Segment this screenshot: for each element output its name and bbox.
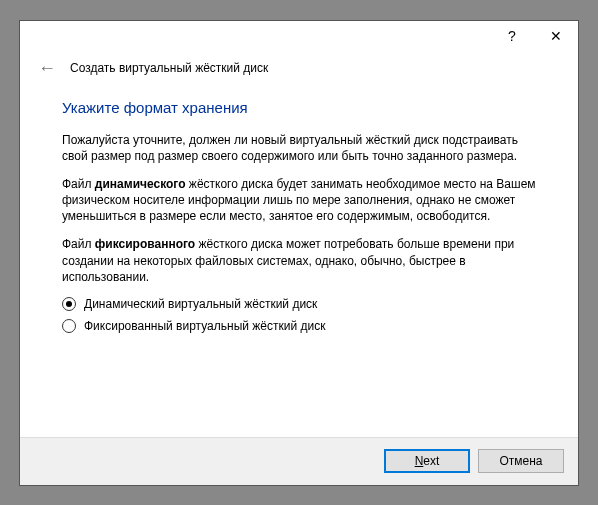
dynamic-desc: Файл динамического жёсткого диска будет … bbox=[62, 176, 536, 225]
dynamic-prefix: Файл bbox=[62, 177, 95, 191]
next-button[interactable]: Next bbox=[384, 449, 470, 473]
content-area: Укажите формат хранения Пожалуйста уточн… bbox=[20, 85, 578, 437]
cancel-button[interactable]: Отмена bbox=[478, 449, 564, 473]
dynamic-bold: динамического bbox=[95, 177, 186, 191]
fixed-bold: фиксированного bbox=[95, 237, 195, 251]
dialog-title: Создать виртуальный жёсткий диск bbox=[70, 61, 268, 75]
page-heading: Укажите формат хранения bbox=[62, 99, 536, 116]
next-post: ext bbox=[423, 454, 439, 468]
storage-radio-group: Динамический виртуальный жёсткий диск Фи… bbox=[62, 297, 536, 333]
fixed-desc: Файл фиксированного жёсткого диска может… bbox=[62, 236, 536, 285]
radio-fixed-indicator bbox=[62, 319, 76, 333]
radio-dynamic-label: Динамический виртуальный жёсткий диск bbox=[84, 297, 317, 311]
radio-dynamic-indicator bbox=[62, 297, 76, 311]
titlebar: ? ✕ bbox=[20, 21, 578, 57]
radio-dynamic[interactable]: Динамический виртуальный жёсткий диск bbox=[62, 297, 536, 311]
footer: Next Отмена bbox=[20, 437, 578, 485]
back-arrow-icon[interactable]: ← bbox=[38, 59, 56, 77]
help-icon[interactable]: ? bbox=[490, 21, 534, 51]
radio-fixed-label: Фиксированный виртуальный жёсткий диск bbox=[84, 319, 325, 333]
intro-text: Пожалуйста уточните, должен ли новый вир… bbox=[62, 132, 536, 164]
header-row: ← Создать виртуальный жёсткий диск bbox=[20, 57, 578, 85]
wizard-dialog: ? ✕ ← Создать виртуальный жёсткий диск У… bbox=[19, 20, 579, 486]
close-icon[interactable]: ✕ bbox=[534, 21, 578, 51]
fixed-prefix: Файл bbox=[62, 237, 95, 251]
radio-fixed[interactable]: Фиксированный виртуальный жёсткий диск bbox=[62, 319, 536, 333]
